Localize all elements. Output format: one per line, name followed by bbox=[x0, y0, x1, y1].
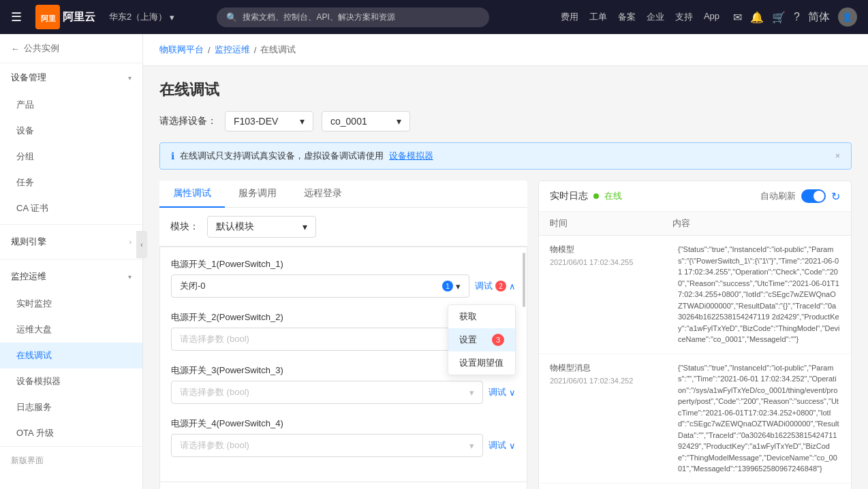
breadcrumb-current: 在线调试 bbox=[260, 44, 296, 56]
hamburger-menu-icon[interactable]: ☰ bbox=[11, 10, 22, 25]
message-icon[interactable]: ✉ bbox=[733, 11, 742, 24]
info-close-button[interactable]: × bbox=[835, 151, 840, 161]
sidebar-item-online-debug[interactable]: 在线调试 bbox=[0, 343, 142, 368]
property-item-power4: 电源开关_4(PowerSwitch_4) 请选择参数 (bool) ▾ 调试 … bbox=[171, 417, 516, 457]
cart-icon[interactable]: 🛒 bbox=[772, 11, 786, 24]
nav-icons: ✉ 🔔 🛒 ? 简体 👤 bbox=[733, 7, 857, 27]
dropdown-item-get[interactable]: 获取 bbox=[448, 305, 515, 328]
search-bar[interactable]: 🔍 搜索文档、控制台、API、解决方案和资源 bbox=[217, 7, 489, 27]
debug-tabs: 属性调试 服务调用 远程登录 bbox=[159, 180, 527, 208]
device-simulator-link[interactable]: 设备模拟器 bbox=[389, 150, 433, 162]
log-entries: 物模型 2021/06/01 17:02:34.255 {"Status":"t… bbox=[539, 236, 851, 484]
sidebar-section-title-monitor-ops: 监控运维 bbox=[11, 270, 46, 283]
new-version-link[interactable]: 新版界面 bbox=[0, 446, 142, 475]
info-text: 在线调试只支持调试真实设备，虚拟设备调试请使用 bbox=[180, 150, 384, 162]
debug-button-power4[interactable]: 调试 ∨ bbox=[489, 439, 516, 452]
info-icon: ℹ bbox=[171, 151, 174, 161]
sidebar-item-task[interactable]: 任务 bbox=[0, 170, 142, 195]
new-version-text: 新版界面 bbox=[11, 456, 44, 465]
debug-button-power1[interactable]: 调试 2 ∧ bbox=[475, 280, 516, 292]
sidebar-section-header-rule-engine[interactable]: 规则引擎 › bbox=[0, 227, 142, 256]
tab-service-call[interactable]: 服务调用 bbox=[225, 180, 290, 208]
sidebar-divider-1 bbox=[0, 224, 142, 225]
breadcrumb-sep-2: / bbox=[254, 45, 257, 55]
product-select[interactable]: F103-DEV ▾ bbox=[225, 111, 313, 131]
help-icon[interactable]: ? bbox=[794, 11, 800, 23]
logo-icon: 阿里 bbox=[35, 5, 60, 29]
debug-dropdown-menu-power1: 获取 设置 3 设置期望值 bbox=[448, 304, 516, 375]
auto-refresh-toggle[interactable] bbox=[801, 189, 826, 203]
property-select-power2[interactable]: 请选择参数 (bool) ▾ bbox=[171, 328, 483, 351]
sidebar-toggle-icon: ‹ bbox=[140, 241, 142, 249]
log-controls: 自动刷新 ↻ bbox=[760, 189, 840, 203]
log-content-2: {"Status":"true","InstanceId":"iot-publi… bbox=[678, 362, 840, 475]
breadcrumb: 物联网平台 / 监控运维 / 在线调试 bbox=[143, 34, 868, 66]
property-select-power4[interactable]: 请选择参数 (bool) ▾ bbox=[171, 434, 483, 457]
property-placeholder-power4: 请选择参数 (bool) bbox=[180, 439, 249, 452]
nav-link-app[interactable]: App bbox=[704, 11, 719, 23]
property-select-power3[interactable]: 请选择参数 (bool) ▾ bbox=[171, 381, 483, 404]
module-select[interactable]: 默认模块 ▾ bbox=[207, 216, 316, 238]
log-time-1: 2021/06/01 17:02:34.255 bbox=[550, 258, 672, 266]
sidebar-back-button[interactable]: ← 公共实例 bbox=[0, 34, 142, 63]
sidebar-section-header-device-mgmt[interactable]: 设备管理 ▾ bbox=[0, 63, 142, 92]
debug-label-power1: 调试 bbox=[475, 280, 493, 292]
property-select-power1[interactable]: 关闭-0 1 ▾ bbox=[171, 274, 469, 298]
debug-dropdown-power1: 调试 2 ∧ 获取 设置 3 bbox=[475, 280, 516, 292]
sidebar: ← 公共实例 设备管理 ▾ 产品 设备 分组 任务 CA 证书 规则引擎 › bbox=[0, 34, 143, 489]
breadcrumb-iot[interactable]: 物联网平台 bbox=[159, 44, 204, 56]
nav-link-work-order[interactable]: 工单 bbox=[589, 11, 607, 23]
notification-icon[interactable]: 🔔 bbox=[750, 11, 764, 24]
sidebar-item-log-service[interactable]: 日志服务 bbox=[0, 394, 142, 420]
log-entry-2: 物模型消息 2021/06/01 17:02:34.252 {"Status":… bbox=[539, 354, 851, 484]
sidebar-section-device-mgmt: 设备管理 ▾ 产品 设备 分组 任务 CA 证书 bbox=[0, 63, 142, 221]
refresh-icon[interactable]: ↻ bbox=[831, 190, 840, 203]
nav-link-fees[interactable]: 费用 bbox=[561, 11, 578, 23]
sidebar-back-label: 公共实例 bbox=[24, 42, 59, 54]
sidebar-section-header-monitor-ops[interactable]: 监控运维 ▾ bbox=[0, 262, 142, 291]
content-area: 请选择设备： F103-DEV ▾ co_0001 ▾ ℹ 在线调试只支持调试真… bbox=[143, 111, 868, 489]
tab-remote-login[interactable]: 远程登录 bbox=[290, 180, 356, 208]
log-header: 实时日志 在线 自动刷新 ↻ bbox=[539, 181, 851, 212]
sidebar-item-ops-dashboard[interactable]: 运维大盘 bbox=[0, 317, 142, 343]
bottom-actions: 获取 设置 设置期望值 重置 bbox=[160, 482, 527, 489]
sidebar-item-ota-upgrade[interactable]: OTA 升级 bbox=[0, 420, 142, 446]
sidebar-item-ca-cert[interactable]: CA 证书 bbox=[0, 195, 142, 221]
badge-2: 2 bbox=[495, 281, 506, 291]
sidebar-item-device-simulator[interactable]: 设备模拟器 bbox=[0, 368, 142, 394]
property-input-row-power1: 关闭-0 1 ▾ 调试 bbox=[171, 274, 516, 298]
sidebar-divider-2 bbox=[0, 259, 142, 259]
sidebar-item-device[interactable]: 设备 bbox=[0, 118, 142, 144]
sidebar-toggle-button[interactable]: ‹ bbox=[136, 231, 147, 258]
product-select-value: F103-DEV bbox=[234, 116, 278, 127]
debug-chevron-down-power4: ∨ bbox=[509, 441, 516, 451]
scroll-thumb bbox=[523, 253, 525, 307]
module-selector: 模块： 默认模块 ▾ bbox=[159, 208, 527, 247]
logo[interactable]: 阿里 阿里云 bbox=[35, 5, 95, 29]
tab-property-debug[interactable]: 属性调试 bbox=[159, 180, 225, 208]
sidebar-collapse-icon-device-mgmt: ▾ bbox=[128, 74, 131, 82]
log-type-1: 物模型 bbox=[550, 244, 672, 255]
nav-link-enterprise[interactable]: 企业 bbox=[647, 11, 664, 23]
nav-link-record[interactable]: 备案 bbox=[618, 11, 636, 23]
region-selector[interactable]: 华东2（上海） ▾ bbox=[109, 11, 174, 23]
sidebar-collapse-icon-monitor-ops: ▾ bbox=[128, 273, 131, 281]
sidebar-section-title-device-mgmt: 设备管理 bbox=[11, 72, 46, 84]
lang-switch[interactable]: 简体 bbox=[808, 10, 830, 25]
property-placeholder-power2: 请选择参数 (bool) bbox=[180, 333, 249, 345]
nav-link-support[interactable]: 支持 bbox=[675, 11, 693, 23]
sidebar-item-group[interactable]: 分组 bbox=[0, 144, 142, 170]
log-col-content: 内容 bbox=[672, 217, 840, 230]
sidebar-item-realtime-monitor[interactable]: 实时监控 bbox=[0, 291, 142, 317]
sidebar-item-product[interactable]: 产品 bbox=[0, 92, 142, 118]
breadcrumb-monitor[interactable]: 监控运维 bbox=[215, 44, 250, 56]
debug-button-power3[interactable]: 调试 ∨ bbox=[489, 386, 516, 398]
property-input-row-power3: 请选择参数 (bool) ▾ 调试 ∨ bbox=[171, 381, 516, 404]
dropdown-item-set[interactable]: 设置 3 bbox=[448, 328, 515, 351]
left-panel: 属性调试 服务调用 远程登录 模块： 默认模块 ▾ bbox=[159, 180, 527, 489]
user-avatar[interactable]: 👤 bbox=[838, 7, 857, 27]
device-select[interactable]: co_0001 ▾ bbox=[322, 111, 410, 131]
two-col-layout: 属性调试 服务调用 远程登录 模块： 默认模块 ▾ bbox=[159, 180, 852, 489]
dropdown-item-set-expected[interactable]: 设置期望值 bbox=[448, 351, 515, 375]
product-select-chevron-icon: ▾ bbox=[300, 116, 305, 127]
